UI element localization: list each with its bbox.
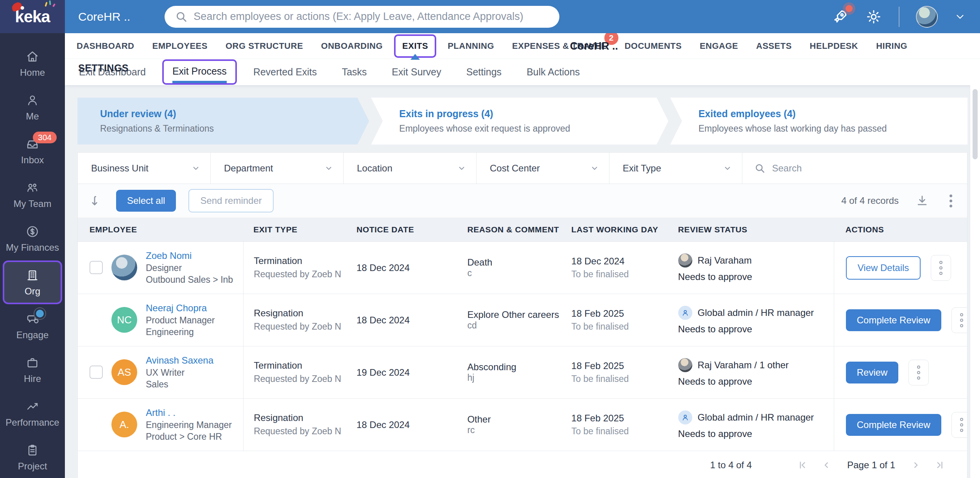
table-search-input[interactable]: Search [742, 153, 967, 184]
org-building-icon [25, 268, 39, 282]
employee-name-link[interactable]: Zoeb Nomi [146, 250, 233, 262]
tab-onboarding[interactable]: ONBOARDING [321, 41, 383, 51]
tab-assets[interactable]: ASSETS [756, 41, 792, 51]
requested-by: Requested by Zoeb N [254, 373, 353, 385]
module-nav: DASHBOARD EMPLOYEES ORG STRUCTURE ONBOAR… [65, 33, 980, 59]
subtab-tasks[interactable]: Tasks [342, 66, 367, 78]
employee-name-link[interactable]: Neeraj Chopra [146, 302, 215, 314]
sidebar-item-my-finances[interactable]: My Finances [0, 217, 65, 260]
stage-under-review[interactable]: Under review (4) Resignations & Terminat… [77, 98, 369, 144]
sidebar-item-home[interactable]: Home [0, 42, 65, 86]
finances-dollar-icon [25, 225, 39, 239]
scrollbar-thumb[interactable] [973, 89, 978, 159]
chevron-down-icon [590, 164, 599, 173]
filter-cost-center[interactable]: Cost Center [477, 153, 609, 184]
sidebar-item-engage[interactable]: Engage [0, 304, 65, 348]
tab-hiring[interactable]: HIRING [876, 41, 907, 51]
tab-documents[interactable]: DOCUMENTS [625, 41, 682, 51]
project-clipboard-icon [25, 443, 39, 457]
subtab-reverted-exits[interactable]: Reverted Exits [253, 66, 317, 78]
row-checkbox[interactable] [90, 261, 103, 274]
reviewer-name: Global admin / HR manager [698, 307, 814, 318]
settings-gear-icon[interactable] [865, 8, 882, 25]
sidebar-item-me[interactable]: Me [0, 86, 65, 129]
complete-review-button[interactable]: Complete Review [846, 414, 941, 436]
confetti-icon [45, 1, 56, 11]
last-working-day: 18 Feb 2025 [572, 308, 678, 319]
sidebar: Home Me 304 Inbox My Team My Finances Or… [0, 33, 65, 478]
row-actions-kebab-icon[interactable] [951, 412, 967, 438]
table-search-placeholder: Search [772, 163, 802, 174]
filter-department[interactable]: Department [211, 153, 344, 184]
lwd-status: To be finalised [572, 269, 678, 280]
stage-exits-in-progress[interactable]: Exits in progress (4) Employees whose ex… [371, 98, 668, 144]
first-page-icon[interactable] [798, 460, 808, 470]
sidebar-item-inbox[interactable]: 304 Inbox [0, 129, 65, 173]
row-actions-kebab-icon[interactable] [951, 307, 967, 333]
sort-descending-icon[interactable] [90, 194, 103, 207]
col-actions: ACTIONS [834, 225, 967, 234]
requested-by: Requested by Zoeb N [254, 425, 353, 438]
subtab-exit-process[interactable]: Exit Process [172, 66, 227, 83]
tab-helpdesk[interactable]: HELPDESK [810, 41, 858, 51]
reviewer-name: Global admin / HR manager [698, 412, 814, 423]
subtab-settings[interactable]: Settings [466, 66, 502, 78]
complete-review-button[interactable]: Complete Review [846, 309, 941, 331]
table-options-kebab-icon[interactable] [946, 193, 956, 209]
rocket-launch-icon[interactable] [831, 8, 849, 25]
user-avatar[interactable] [916, 6, 938, 28]
profile-chevron-down-icon[interactable] [954, 11, 966, 23]
sidebar-item-org[interactable]: Org [3, 260, 62, 304]
view-details-button[interactable]: View Details [846, 256, 921, 280]
previous-page-icon[interactable] [821, 460, 831, 470]
subtab-exit-dashboard[interactable]: Exit Dashboard [79, 66, 146, 78]
global-search-input[interactable]: Search employees or actions (Ex: Apply L… [165, 6, 559, 28]
select-all-button[interactable]: Select all [116, 190, 176, 212]
content-area: Under review (4) Resignations & Terminat… [65, 85, 980, 478]
filter-location[interactable]: Location [344, 153, 477, 184]
sidebar-item-my-team[interactable]: My Team [0, 173, 65, 217]
tab-exits[interactable]: EXITS [402, 41, 428, 51]
tab-planning[interactable]: PLANNING [448, 41, 494, 51]
review-status: Needs to approve [678, 271, 834, 282]
last-page-icon[interactable] [934, 460, 944, 470]
table-header-row: EMPLOYEE EXIT TYPE NOTICE DATE REASON & … [78, 218, 967, 242]
page-scrollbar[interactable] [970, 85, 980, 478]
subtab-exit-survey[interactable]: Exit Survey [392, 66, 441, 78]
team-icon [25, 181, 39, 195]
row-actions-kebab-icon[interactable] [908, 360, 929, 385]
send-reminder-button[interactable]: Send reminder [188, 189, 273, 212]
filter-business-unit[interactable]: Business Unit [78, 153, 211, 184]
topbar-divider [899, 7, 899, 27]
exit-stage-pipeline: Under review (4) Resignations & Terminat… [77, 98, 967, 144]
sidebar-item-performance[interactable]: Performance [0, 392, 65, 435]
exit-type: Termination [254, 254, 353, 268]
requested-by: Requested by Zoeb N [254, 320, 353, 333]
subtab-bulk-actions[interactable]: Bulk Actions [527, 66, 580, 78]
tab-org-structure[interactable]: ORG STRUCTURE [226, 41, 303, 51]
next-page-icon[interactable] [911, 460, 921, 470]
tab-engage[interactable]: ENGAGE [700, 41, 738, 51]
review-button[interactable]: Review [846, 362, 899, 383]
tab-employees[interactable]: EMPLOYEES [152, 41, 208, 51]
exit-comment: hj [467, 373, 571, 383]
chevron-down-icon [324, 164, 333, 173]
row-actions-kebab-icon[interactable] [931, 255, 951, 281]
row-checkbox[interactable] [90, 366, 103, 379]
product-switcher[interactable]: CoreHR .. [78, 10, 130, 23]
filter-exit-type[interactable]: Exit Type [609, 153, 742, 184]
tab-dashboard[interactable]: DASHBOARD [77, 41, 134, 51]
table-row: NC Neeraj Chopra Product Manager Enginee… [78, 294, 967, 346]
stage-exited-employees[interactable]: Exited employees (4) Employees whose las… [670, 98, 967, 144]
sidebar-item-hire[interactable]: Hire [0, 348, 65, 392]
employee-name-link[interactable]: Avinash Saxena [146, 354, 213, 367]
notice-date: 18 Dec 2024 [357, 262, 410, 273]
employee-role: UX Writer [146, 367, 213, 378]
tab-expenses-travel[interactable]: EXPENSES & TRAVEL [512, 41, 607, 51]
employee-avatar: AS [111, 359, 137, 385]
sidebar-item-project[interactable]: Project [0, 435, 65, 478]
employee-role: Product Manager [146, 314, 215, 326]
employee-name-link[interactable]: Arthi . . [146, 407, 232, 419]
download-icon[interactable] [914, 193, 930, 209]
search-icon [175, 10, 188, 23]
